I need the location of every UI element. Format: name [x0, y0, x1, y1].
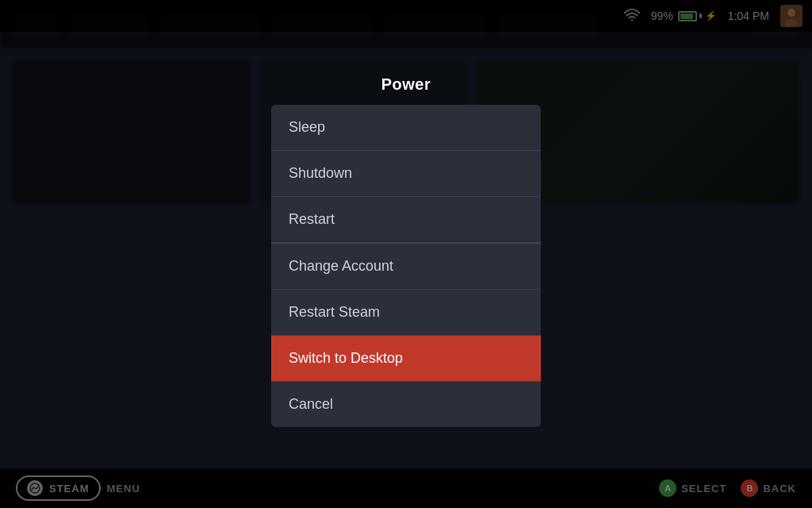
power-dialog-title: Power	[271, 75, 541, 94]
power-item-shutdown[interactable]: Shutdown	[271, 151, 541, 197]
power-dialog: Power Sleep Shutdown Restart Change Acco…	[271, 75, 541, 427]
power-item-change-account[interactable]: Change Account	[271, 244, 541, 290]
power-item-cancel[interactable]: Cancel	[271, 382, 541, 427]
power-item-restart-steam[interactable]: Restart Steam	[271, 290, 541, 336]
power-item-switch-desktop[interactable]: Switch to Desktop	[271, 336, 541, 382]
power-section-top: Sleep Shutdown Restart	[271, 105, 541, 243]
power-menu: Sleep Shutdown Restart Change Account Re…	[271, 105, 541, 427]
power-item-sleep[interactable]: Sleep	[271, 105, 541, 151]
power-section-bottom: Change Account Restart Steam Switch to D…	[271, 244, 541, 427]
power-item-restart[interactable]: Restart	[271, 197, 541, 242]
